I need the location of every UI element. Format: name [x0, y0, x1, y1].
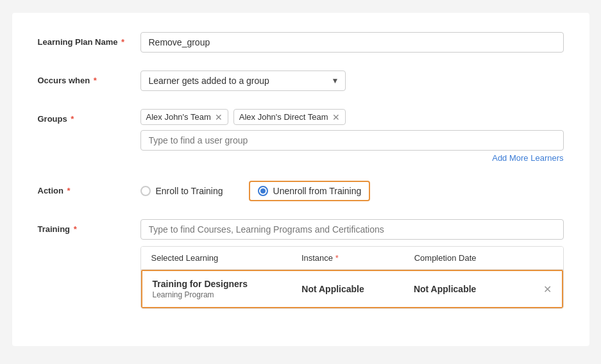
- label-text: Groups: [38, 114, 67, 124]
- training-completion: Not Applicable: [414, 284, 526, 294]
- groups-row: Groups * Alex John's Team ✕ Alex John's …: [38, 109, 564, 163]
- enroll-radio[interactable]: [140, 186, 151, 196]
- label-text: Learning Plan Name: [38, 37, 118, 47]
- training-section: Selected Learning Instance * Completion …: [140, 219, 564, 309]
- add-more-learners-link[interactable]: Add More Learners: [140, 153, 564, 163]
- required-indicator: *: [335, 253, 339, 263]
- occurs-when-select[interactable]: Learner gets added to a group Learner ge…: [140, 70, 346, 91]
- enroll-label: Enroll to Training: [156, 186, 223, 196]
- tags-area: Alex John's Team ✕ Alex John's Direct Te…: [140, 109, 564, 125]
- col-completion-date: Completion Date: [414, 253, 527, 263]
- learning-plan-name-input[interactable]: [140, 32, 564, 53]
- training-label: Training *: [38, 219, 140, 234]
- col-instance: Instance *: [301, 253, 414, 263]
- training-name: Training for Designers: [153, 279, 302, 289]
- tag-alex-johns-direct-team: Alex John's Direct Team ✕: [233, 109, 346, 125]
- label-text: Training: [38, 224, 71, 234]
- required-indicator: *: [67, 186, 71, 195]
- training-content: Selected Learning Instance * Completion …: [140, 219, 564, 309]
- tag-close-icon[interactable]: ✕: [215, 113, 223, 122]
- tag-label: Alex John's Team: [146, 112, 211, 122]
- form-container: Learning Plan Name * Occurs when * Learn…: [12, 13, 589, 346]
- action-content: Enroll to Training Unenroll from Trainin…: [140, 181, 564, 201]
- groups-label: Groups *: [38, 109, 140, 124]
- unenroll-label: Unenroll from Training: [273, 186, 362, 196]
- col-selected-learning: Selected Learning: [151, 253, 301, 263]
- training-table-header: Selected Learning Instance * Completion …: [141, 247, 563, 270]
- required-indicator: *: [94, 76, 97, 85]
- occurs-when-label: Occurs when *: [38, 70, 140, 85]
- tag-close-icon[interactable]: ✕: [332, 113, 340, 122]
- learning-plan-name-row: Learning Plan Name *: [38, 32, 564, 53]
- group-search-input[interactable]: [140, 130, 564, 151]
- required-indicator: *: [121, 37, 124, 47]
- training-type: Learning Program: [153, 290, 302, 299]
- unenroll-option[interactable]: Unenroll from Training: [249, 181, 371, 201]
- tag-label: Alex John's Direct Team: [239, 112, 328, 122]
- occurs-when-content: Learner gets added to a group Learner ge…: [140, 70, 564, 91]
- training-info: Training for Designers Learning Program: [153, 279, 302, 299]
- action-label: Action *: [38, 181, 140, 195]
- action-row: Action * Enroll to Training Unenroll fro…: [38, 181, 564, 201]
- training-row: Training * Selected Learning Instance *: [38, 219, 564, 309]
- col-actions: [527, 253, 552, 263]
- learning-plan-name-label: Learning Plan Name *: [38, 32, 140, 47]
- training-search-input[interactable]: [140, 219, 564, 240]
- groups-content: Alex John's Team ✕ Alex John's Direct Te…: [140, 109, 564, 163]
- remove-training-button[interactable]: ✕: [526, 283, 552, 295]
- required-indicator: *: [74, 224, 77, 234]
- tag-alex-johns-team: Alex John's Team ✕: [140, 109, 228, 125]
- action-radio-group: Enroll to Training Unenroll from Trainin…: [140, 181, 564, 201]
- enroll-option[interactable]: Enroll to Training: [140, 186, 223, 196]
- add-more-label: Add More Learners: [492, 153, 563, 163]
- occurs-when-select-wrapper: Learner gets added to a group Learner ge…: [140, 70, 346, 91]
- training-table: Selected Learning Instance * Completion …: [140, 246, 564, 309]
- training-table-row: Training for Designers Learning Program …: [141, 270, 563, 308]
- occurs-when-row: Occurs when * Learner gets added to a gr…: [38, 70, 564, 91]
- training-instance: Not Applicable: [301, 284, 414, 294]
- required-indicator: *: [71, 114, 74, 124]
- label-text: Action: [38, 186, 63, 195]
- unenroll-radio[interactable]: [258, 186, 268, 196]
- label-text: Occurs when: [38, 76, 90, 85]
- learning-plan-name-content: [140, 32, 564, 53]
